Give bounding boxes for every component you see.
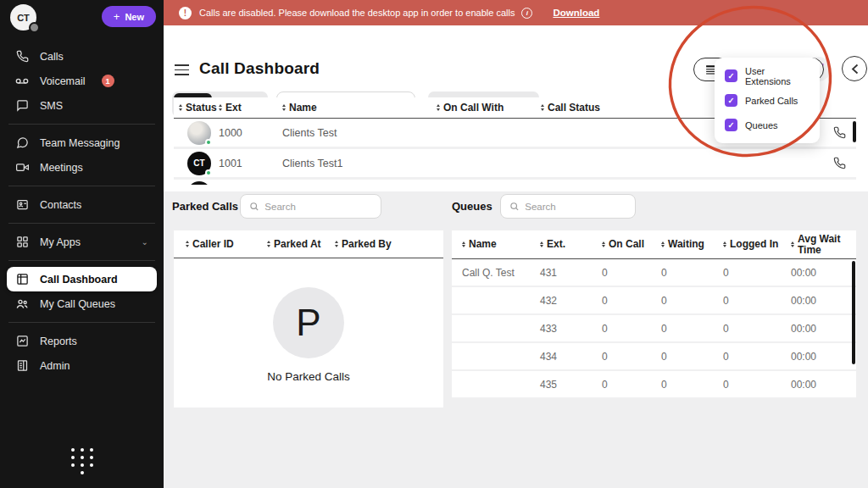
sidebar-item-label: Contacts [40,199,81,211]
queues-icon [15,297,29,311]
column-header-caller-id[interactable]: Caller ID [186,238,267,250]
divider [8,124,155,125]
table-row[interactable]: 43300000:00 [452,315,856,343]
menu-item-queues[interactable]: ✓ Queues [725,116,810,134]
column-header-logged-in[interactable]: Logged In [723,239,791,250]
checkbox-checked-icon[interactable]: ✓ [725,94,737,107]
column-header-parked-by[interactable]: Parked By [335,238,443,250]
avg-wait-cell: 00:00 [791,379,856,391]
sidebar-item-admin[interactable]: Admin [7,353,157,378]
extensions-scrollbar[interactable] [853,121,856,142]
avatar-initials: CT [17,13,30,23]
avg-wait-cell: 00:00 [791,323,856,335]
divider [8,186,155,186]
search-input[interactable] [525,202,626,212]
presence-dot [205,169,212,176]
waiting-cell: 0 [661,295,723,307]
sort-icon [219,104,222,111]
download-link[interactable]: Download [553,8,599,18]
menu-icon[interactable] [175,64,189,79]
calls-disabled-banner: ! Calls are disabled. Please download th… [164,0,868,25]
logged-in-cell: 0 [723,323,791,335]
parked-calls-table: Caller ID Parked At Parked By P No Parke… [174,230,443,408]
sort-icon [186,241,189,247]
column-header-ext[interactable]: Ext [219,102,282,114]
logged-in-cell: 0 [723,379,791,391]
new-button[interactable]: + New [102,6,156,27]
sort-icon [791,241,794,248]
sidebar-item-reports[interactable]: Reports [7,329,157,353]
reports-icon [15,335,29,348]
sidebar-item-call-dashboard[interactable]: Call Dashboard [7,267,157,291]
avatar-status-badge [29,22,40,33]
column-header-name[interactable]: Name [282,102,437,114]
sidebar-item-label: Team Messaging [40,137,120,149]
queue-ext-cell: 431 [540,267,602,279]
column-header-waiting[interactable]: Waiting [661,239,723,250]
avg-wait-cell: 00:00 [791,351,856,363]
divider [8,322,155,323]
parked-calls-search[interactable] [240,194,381,219]
queues-table-header: Name Ext. On Call Waiting Logged In Avg … [452,230,856,259]
sidebar-item-label: Call Dashboard [40,274,118,286]
sidebar-item-calls[interactable]: Calls [7,44,157,69]
column-header-on-call-with[interactable]: On Call With [437,102,541,114]
call-button[interactable] [822,157,856,169]
search-input[interactable] [264,202,372,212]
column-header-name[interactable]: Name [462,239,540,250]
table-row[interactable]: 43200000:00 [452,287,856,315]
menu-item-parked-calls[interactable]: ✓ Parked Calls [725,92,810,109]
sort-icon [661,241,665,248]
waiting-cell: 0 [661,351,723,363]
checkbox-checked-icon[interactable]: ✓ [725,119,737,131]
sidebar-item-my-call-queues[interactable]: My Call Queues [7,291,157,316]
avg-wait-cell: 00:00 [791,295,856,307]
sidebar-item-team-messaging[interactable]: Team Messaging [7,130,157,155]
chevron-down-icon: ⌄ [142,237,148,247]
table-row-clipped [174,180,856,185]
sort-icon [437,104,440,111]
on-call-cell: 0 [602,323,661,335]
menu-item-user-extensions[interactable]: ✓ User Extensions [725,67,810,85]
sidebar-item-contacts[interactable]: Contacts [7,192,157,217]
queues-title: Queues [452,200,492,213]
sidebar-item-label: Admin [40,360,70,372]
collapse-panel-button[interactable] [842,56,867,81]
queue-ext-cell: 434 [540,351,602,363]
sidebar-item-sms[interactable]: SMS [7,93,157,118]
info-icon[interactable]: i [521,8,532,19]
search-icon [249,201,259,212]
table-row[interactable]: CT 1001 Clients Test1 [174,149,856,180]
no-parked-calls-text: No Parked Calls [267,370,350,383]
queues-scrollbar[interactable] [852,261,855,364]
avatar[interactable]: CT [10,4,36,30]
chevron-left-icon [851,64,859,75]
table-row[interactable]: 43400000:00 [452,343,856,371]
sidebar-item-my-apps[interactable]: My Apps ⌄ [7,230,157,254]
column-header-ext[interactable]: Ext. [540,239,602,250]
dialpad-icon[interactable] [0,448,164,474]
phone-icon [15,50,29,64]
presence-dot [205,139,212,146]
main-content: ! Calls are disabled. Please download th… [164,0,868,488]
parked-icon: P [273,287,344,358]
sort-icon [462,241,465,248]
table-row[interactable]: 43500000:00 [452,371,856,399]
sidebar-item-voicemail[interactable]: Voicemail 1 [7,69,157,93]
avatar: CT [187,152,211,175]
sidebar-item-meetings[interactable]: Meetings [7,155,157,180]
column-header-on-call[interactable]: On Call [602,239,661,250]
table-row[interactable]: Call Q. Test43100000:00 [452,259,856,287]
column-header-avg-wait-time[interactable]: Avg Wait Time [791,234,856,255]
sms-icon [15,99,29,113]
column-header-parked-at[interactable]: Parked At [267,238,335,250]
admin-icon [15,359,29,373]
avatar [187,121,211,145]
sort-icon [267,241,270,247]
parked-calls-title: Parked Calls [172,200,238,213]
column-header-status[interactable]: Status [179,102,219,114]
checkbox-checked-icon[interactable]: ✓ [725,69,737,82]
call-button[interactable] [822,126,856,139]
app-root: CT + New Calls Voicemail 1 SMS [0,0,868,488]
queues-search[interactable] [500,194,636,219]
